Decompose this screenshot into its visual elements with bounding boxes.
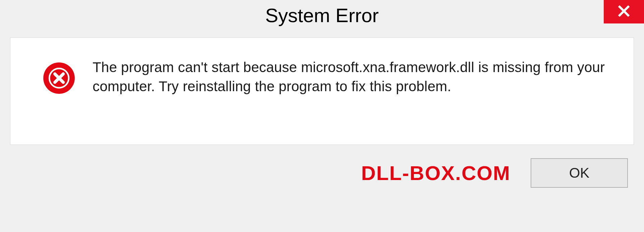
- content-panel: The program can't start because microsof…: [10, 38, 634, 145]
- title-bar: System Error: [0, 0, 644, 34]
- close-icon: [618, 5, 630, 19]
- error-icon: [42, 61, 76, 96]
- watermark-text: DLL-BOX.COM: [361, 162, 511, 185]
- error-message: The program can't start because microsof…: [93, 58, 610, 96]
- close-button[interactable]: [604, 0, 644, 23]
- dialog-footer: DLL-BOX.COM OK: [0, 145, 644, 188]
- error-dialog: System Error The program can't start bec…: [0, 0, 644, 232]
- dialog-title: System Error: [265, 4, 379, 26]
- ok-button[interactable]: OK: [531, 158, 628, 188]
